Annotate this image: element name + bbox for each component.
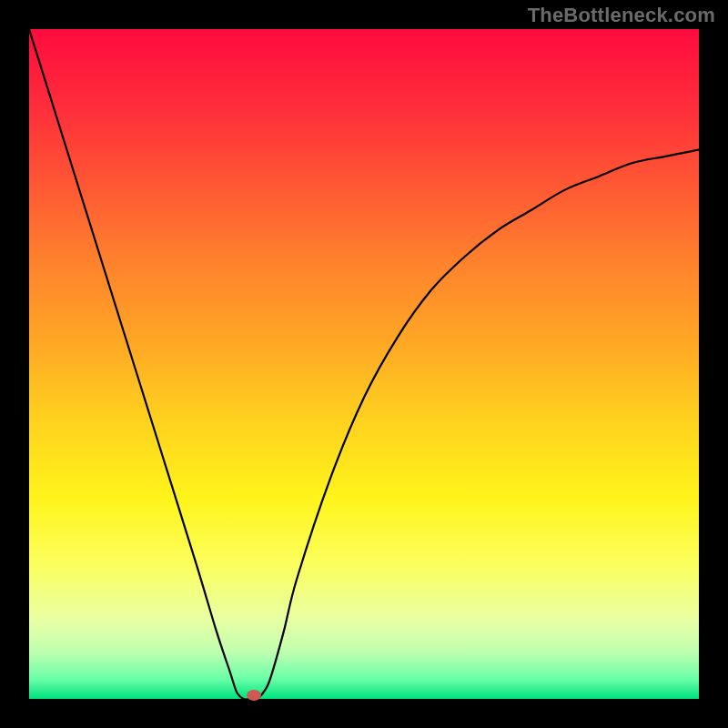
- curve-path: [29, 29, 699, 700]
- chart-frame: TheBottleneck.com: [0, 0, 728, 728]
- bottleneck-curve: [29, 29, 699, 699]
- optimum-marker: [247, 690, 261, 701]
- watermark-label: TheBottleneck.com: [528, 4, 715, 27]
- plot-area: [29, 29, 699, 699]
